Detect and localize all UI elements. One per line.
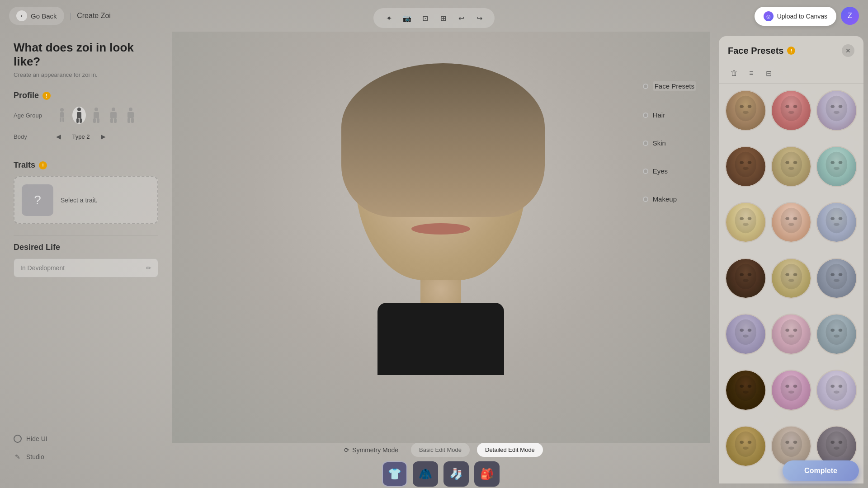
face-preset-19[interactable] bbox=[725, 426, 766, 467]
camera-icon[interactable]: 📷 bbox=[401, 12, 413, 24]
top-bar: ‹ Go Back | Create Zoi ✦ 📷 ⊡ ⊞ ↩ ↪ ◎ Upl… bbox=[0, 0, 868, 32]
body-next-button[interactable]: ▶ bbox=[99, 131, 108, 142]
face-preset-14[interactable] bbox=[771, 314, 812, 355]
age-child-icon[interactable] bbox=[55, 107, 69, 124]
svg-point-88 bbox=[826, 375, 848, 401]
face-preset-2[interactable] bbox=[771, 90, 812, 131]
symmetry-mode-button[interactable]: ⟳ Symmetry Mode bbox=[339, 444, 404, 456]
svg-point-92 bbox=[735, 432, 756, 457]
undo-icon[interactable]: ↩ bbox=[455, 12, 467, 24]
studio-icon: ✎ bbox=[14, 453, 22, 461]
traits-section-header: Traits ! bbox=[14, 160, 158, 170]
hide-ui-row[interactable]: Hide UI bbox=[14, 435, 47, 443]
fp-grid bbox=[719, 84, 863, 483]
face-preset-15[interactable] bbox=[816, 314, 857, 355]
face-preset-18[interactable] bbox=[816, 370, 857, 411]
desired-life-input[interactable]: In Development ✏ bbox=[14, 258, 158, 277]
face-preset-16[interactable] bbox=[725, 370, 766, 411]
character-figure bbox=[328, 54, 554, 371]
fp-title: Face Presets bbox=[728, 46, 783, 56]
detailed-edit-mode-button[interactable]: Detailed Edit Mode bbox=[477, 443, 543, 457]
move-icon[interactable]: ✦ bbox=[382, 12, 395, 24]
annotations-container: Face Presets Hair Skin Eyes Makeup bbox=[643, 81, 696, 203]
svg-point-75 bbox=[788, 335, 794, 338]
eyes-dot bbox=[643, 169, 648, 174]
svg-point-63 bbox=[788, 279, 794, 282]
face-preset-6[interactable] bbox=[816, 146, 857, 187]
symmetry-icon: ⟳ bbox=[344, 446, 349, 454]
svg-point-24 bbox=[780, 96, 802, 121]
svg-rect-13 bbox=[110, 112, 117, 118]
complete-button[interactable]: Complete bbox=[783, 460, 859, 481]
frame-icon[interactable]: ⊡ bbox=[419, 12, 431, 24]
svg-point-61 bbox=[785, 273, 789, 276]
annotation-eyes[interactable]: Eyes bbox=[643, 167, 696, 175]
body-prev-button[interactable]: ◀ bbox=[54, 131, 63, 142]
svg-point-41 bbox=[831, 161, 835, 164]
svg-point-37 bbox=[785, 161, 789, 164]
svg-point-71 bbox=[743, 335, 749, 338]
annotation-face-presets[interactable]: Face Presets bbox=[643, 81, 696, 91]
divider-1 bbox=[14, 153, 158, 153]
outfit-jacket-item[interactable]: 🧥 bbox=[413, 461, 438, 487]
svg-point-103 bbox=[834, 447, 840, 450]
studio-row[interactable]: ✎ Studio bbox=[14, 453, 44, 461]
face-preset-4[interactable] bbox=[725, 146, 766, 187]
age-young-adult-icon[interactable] bbox=[90, 107, 103, 124]
svg-point-84 bbox=[780, 375, 802, 401]
center-toolbar: ✦ 📷 ⊡ ⊞ ↩ ↪ bbox=[373, 8, 495, 28]
face-preset-13[interactable] bbox=[725, 314, 766, 355]
svg-point-85 bbox=[785, 385, 789, 388]
svg-point-96 bbox=[780, 432, 802, 457]
character-hair bbox=[341, 63, 545, 217]
fp-sort-button[interactable]: ≡ bbox=[745, 67, 758, 80]
face-preset-7[interactable] bbox=[725, 202, 766, 243]
svg-point-95 bbox=[743, 447, 749, 450]
fp-toolbar: 🗑 ≡ ⊟ bbox=[719, 63, 863, 84]
traits-box[interactable]: ? Select a trait. bbox=[14, 176, 158, 224]
svg-point-30 bbox=[839, 105, 843, 108]
grid-icon[interactable]: ⊞ bbox=[437, 12, 449, 24]
back-button[interactable]: ‹ Go Back bbox=[9, 7, 64, 25]
svg-point-42 bbox=[839, 161, 843, 164]
face-preset-9[interactable] bbox=[816, 202, 857, 243]
eyes-annotation-label: Eyes bbox=[653, 167, 668, 175]
age-middle-icon[interactable] bbox=[107, 107, 120, 124]
annotation-makeup[interactable]: Makeup bbox=[643, 195, 696, 203]
face-preset-12[interactable] bbox=[816, 258, 857, 299]
face-preset-5[interactable] bbox=[771, 146, 812, 187]
trait-select-text: Select a trait. bbox=[61, 197, 98, 204]
fp-filter-button[interactable]: ⊟ bbox=[762, 67, 775, 80]
redo-icon[interactable]: ↪ bbox=[473, 12, 486, 24]
svg-point-77 bbox=[831, 329, 835, 332]
face-preset-11[interactable] bbox=[771, 258, 812, 299]
basic-edit-mode-button[interactable]: Basic Edit Mode bbox=[411, 443, 470, 457]
upload-to-canvas-button[interactable]: ◎ Upload to Canvas bbox=[755, 7, 836, 26]
svg-point-40 bbox=[826, 152, 848, 177]
age-elder-icon[interactable] bbox=[124, 107, 137, 124]
annotation-hair[interactable]: Hair bbox=[643, 111, 696, 119]
hide-ui-toggle[interactable] bbox=[14, 435, 22, 443]
svg-rect-2 bbox=[60, 117, 61, 122]
face-preset-10[interactable] bbox=[725, 258, 766, 299]
user-avatar[interactable]: Z bbox=[841, 7, 859, 25]
outfit-shirt-item[interactable]: 👕 bbox=[382, 461, 407, 487]
outfit-socks-item[interactable]: 🧦 bbox=[443, 461, 469, 487]
fp-close-button[interactable]: ✕ bbox=[842, 44, 854, 57]
annotation-skin[interactable]: Skin bbox=[643, 139, 696, 147]
outfit-bag-item[interactable]: 🎒 bbox=[474, 461, 500, 487]
face-preset-1[interactable] bbox=[725, 90, 766, 131]
desired-life-value: In Development bbox=[20, 264, 65, 272]
svg-point-102 bbox=[839, 441, 843, 444]
svg-point-49 bbox=[785, 217, 789, 220]
svg-point-80 bbox=[735, 375, 756, 401]
fp-delete-button[interactable]: 🗑 bbox=[728, 67, 741, 80]
face-preset-17[interactable] bbox=[771, 370, 812, 411]
svg-point-16 bbox=[129, 108, 132, 111]
makeup-annotation-label: Makeup bbox=[653, 195, 677, 203]
svg-point-91 bbox=[834, 391, 840, 394]
face-preset-3[interactable] bbox=[816, 90, 857, 131]
age-teen-icon[interactable] bbox=[72, 107, 86, 124]
face-preset-8[interactable] bbox=[771, 202, 812, 243]
desired-life-title: Desired Life bbox=[14, 243, 60, 252]
